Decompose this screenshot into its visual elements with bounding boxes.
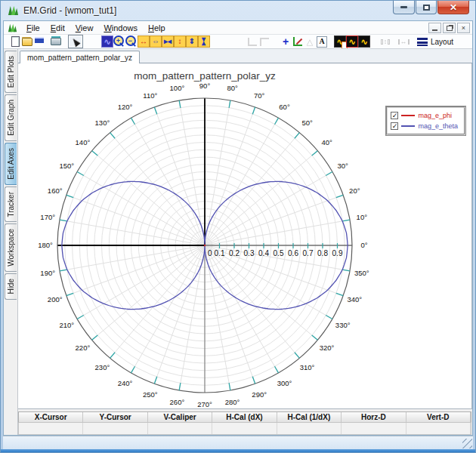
angle-label: 80° (227, 84, 238, 92)
angle-tick (336, 195, 343, 197)
zoom-in-icon[interactable] (113, 35, 125, 48)
angle-tick (131, 366, 135, 373)
scroll-x-icon[interactable]: ⇔ (150, 35, 162, 48)
angle-tick (92, 335, 98, 340)
plot-legend: ✓mag_e_phi✓mag_e_theta (386, 106, 465, 135)
radial-label: 0.8 (317, 249, 328, 257)
angle-tick (326, 315, 332, 319)
sidebar-tab-edit-graph[interactable]: Edit Graph (5, 94, 17, 141)
angle-tick (312, 151, 318, 156)
angle-label: 230° (95, 362, 110, 371)
child-minimize-button[interactable] (428, 23, 441, 33)
close-button[interactable]: ✕ (437, 1, 469, 14)
angle-tick (342, 220, 350, 221)
angle-tick (179, 383, 181, 390)
title-bar: EM.Grid - [wmom_tut1] ✕ (1, 1, 475, 20)
add-shape-icon[interactable]: △ (304, 35, 316, 48)
window-bottom-border (1, 449, 475, 452)
shrink-x-icon[interactable]: ▸◂ (162, 35, 174, 48)
angle-label: 140° (76, 138, 91, 146)
sidebar-tab-edit-axes[interactable]: Edit Axes (5, 143, 17, 185)
zoom-out-icon[interactable] (125, 35, 138, 48)
mdi-area: Edit PlotsEdit GraphEdit AxesTrackerWork… (4, 49, 472, 435)
angle-label: 150° (59, 161, 74, 169)
sidebar-tab-hide[interactable]: Hide (5, 273, 17, 300)
sidebar-tab-strip: Edit PlotsEdit GraphEdit AxesTrackerWork… (4, 49, 17, 435)
angle-label: 0° (360, 241, 367, 249)
shrink-y-icon[interactable]: ▸◂ (198, 35, 210, 48)
layout-bars-icon (417, 38, 428, 46)
pointer-tool-icon[interactable] (68, 35, 83, 48)
toolbar: ∿↔⇔▸◂↕⇕▸◂+△∿∿∿↕↔Layout (4, 35, 472, 49)
resize-grip[interactable] (462, 439, 472, 448)
menu-view[interactable]: View (70, 23, 99, 33)
child-restore-button[interactable] (443, 23, 456, 33)
child-close-button[interactable]: × (457, 23, 470, 33)
angle-tick (110, 353, 115, 359)
readout-header-6: Vert-D (406, 412, 471, 422)
angle-tick (110, 132, 115, 138)
open-file-icon[interactable] (21, 35, 33, 48)
readout-header-5: Horz-D (342, 412, 406, 422)
maximize-button[interactable] (416, 1, 437, 14)
angle-label: 170° (40, 213, 55, 221)
menu-file[interactable]: File (21, 23, 45, 33)
legend-line-sample (401, 125, 415, 127)
minimize-button[interactable] (393, 1, 415, 14)
menu-edit[interactable]: Edit (45, 23, 70, 33)
angle-label: 250° (143, 390, 158, 399)
expand-x-icon[interactable]: ↔ (138, 35, 150, 48)
readout-value-5 (342, 423, 406, 434)
plot-marker-style-icon[interactable]: ∿ (334, 35, 346, 48)
angle-tick (312, 335, 318, 340)
readout-value-4 (277, 423, 342, 434)
document-tab[interactable]: mom_pattern_pattern_polar_yz (20, 51, 140, 63)
angle-tick (275, 118, 279, 125)
cursor-readout-header: X-CursorY-CursorV-CaliperH-Cal (dX)H-Cal… (18, 411, 471, 423)
sidebar-tab-workspace[interactable]: Workspace (5, 223, 17, 272)
angle-label: 240° (118, 379, 133, 387)
angle-tick (252, 107, 255, 114)
app-logo-icon (8, 5, 19, 16)
axes-tool-icon[interactable] (292, 35, 304, 48)
add-text-icon[interactable] (316, 35, 328, 48)
angle-label: 330° (335, 320, 351, 328)
cursor-readout-values (18, 423, 471, 435)
scroll-y-icon[interactable]: ⇕ (186, 35, 198, 48)
legend-checkbox[interactable]: ✓ (391, 112, 398, 119)
frame-corner-top-icon[interactable] (258, 35, 270, 48)
radial-label: 0.9 (332, 249, 343, 257)
angle-tick (252, 377, 255, 384)
document-tab-bar: mom_pattern_pattern_polar_yz (18, 49, 472, 63)
angle-label: 310° (300, 362, 315, 371)
legend-label: mag_e_theta (418, 122, 458, 130)
distribute-vertical-icon[interactable]: ↕ (379, 35, 391, 48)
sidebar-tab-edit-plots[interactable]: Edit Plots (5, 51, 17, 93)
print-icon[interactable] (50, 35, 62, 48)
readout-value-6 (406, 423, 471, 434)
add-marker-icon[interactable]: + (280, 35, 292, 48)
readout-value-3 (212, 423, 277, 434)
frame-corner-bottom-icon[interactable] (246, 35, 258, 48)
zoom-window-icon[interactable]: ∿ (101, 35, 113, 48)
polar-plot-canvas[interactable]: 0°10°20°30°40°50°60°70°80°90°100°110°120… (18, 63, 472, 409)
window-title: EM.Grid - [wmom_tut1] (23, 5, 116, 16)
layout-button[interactable]: Layout (417, 38, 453, 46)
legend-checkbox[interactable]: ✓ (391, 122, 398, 130)
angle-tick (336, 293, 343, 295)
plot-style-icon[interactable]: ∿ (358, 35, 370, 48)
plot-active-style-icon[interactable]: ∿ (346, 35, 358, 48)
menu-windows[interactable]: Windows (98, 23, 143, 33)
readout-header-3: H-Cal (dX) (212, 412, 277, 422)
distribute-horizontal-icon[interactable]: ↔ (397, 35, 410, 48)
app-window: EM.Grid - [wmom_tut1] ✕ FileEditViewWind… (0, 0, 476, 453)
new-document-icon[interactable] (9, 35, 21, 48)
sidebar-tab-tracker[interactable]: Tracker (5, 186, 17, 223)
angle-label: 110° (143, 91, 157, 100)
save-file-icon[interactable] (33, 35, 45, 48)
angle-tick (275, 366, 279, 373)
menu-help[interactable]: Help (143, 23, 171, 33)
legend-entry: ✓mag_e_phi (391, 110, 458, 121)
expand-y-icon[interactable]: ↕ (174, 35, 186, 48)
angle-label: 100° (170, 84, 185, 92)
